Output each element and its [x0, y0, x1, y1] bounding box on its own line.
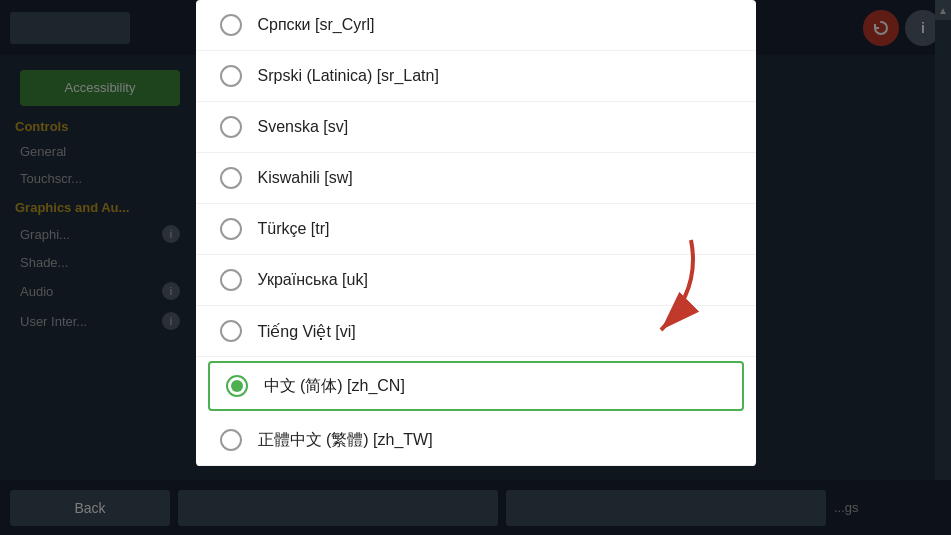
language-option-zh_CN[interactable]: 中文 (简体) [zh_CN] — [208, 361, 744, 411]
language-label-uk: Українська [uk] — [258, 271, 368, 289]
language-option-sr_latn[interactable]: Srpski (Latinica) [sr_Latn] — [196, 51, 756, 102]
language-option-zh_TW[interactable]: 正體中文 (繁體) [zh_TW] — [196, 415, 756, 466]
radio-uk — [220, 269, 242, 291]
language-label-zh_TW: 正體中文 (繁體) [zh_TW] — [258, 430, 433, 451]
radio-sr_latn — [220, 65, 242, 87]
language-option-vi[interactable]: Tiếng Việt [vi] — [196, 306, 756, 357]
language-option-uk[interactable]: Українська [uk] — [196, 255, 756, 306]
language-label-zh_CN: 中文 (简体) [zh_CN] — [264, 376, 405, 397]
language-label-vi: Tiếng Việt [vi] — [258, 322, 356, 341]
radio-sv — [220, 116, 242, 138]
language-label-tr: Türkçe [tr] — [258, 220, 330, 238]
language-option-sw[interactable]: Kiswahili [sw] — [196, 153, 756, 204]
radio-tr — [220, 218, 242, 240]
language-option-sr_cyrl[interactable]: Српски [sr_Cyrl] — [196, 0, 756, 51]
language-label-sr_cyrl: Српски [sr_Cyrl] — [258, 16, 375, 34]
language-label-sv: Svenska [sv] — [258, 118, 349, 136]
language-option-sv[interactable]: Svenska [sv] — [196, 102, 756, 153]
radio-sr_cyrl — [220, 14, 242, 36]
radio-vi — [220, 320, 242, 342]
language-modal-overlay: Српски [sr_Cyrl]Srpski (Latinica) [sr_La… — [0, 0, 951, 535]
radio-zh_CN — [226, 375, 248, 397]
language-modal: Српски [sr_Cyrl]Srpski (Latinica) [sr_La… — [196, 0, 756, 466]
radio-inner-zh_CN — [231, 380, 243, 392]
language-label-sw: Kiswahili [sw] — [258, 169, 353, 187]
language-option-tr[interactable]: Türkçe [tr] — [196, 204, 756, 255]
radio-zh_TW — [220, 429, 242, 451]
language-label-sr_latn: Srpski (Latinica) [sr_Latn] — [258, 67, 439, 85]
radio-sw — [220, 167, 242, 189]
